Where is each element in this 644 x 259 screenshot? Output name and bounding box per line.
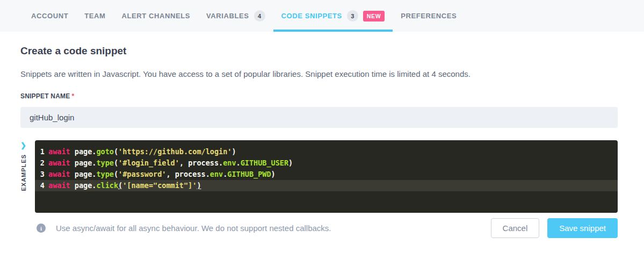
code-token: GITHUB_PWD	[227, 169, 271, 180]
tab-team[interactable]: TEAM	[76, 0, 113, 32]
code-line-3[interactable]: 3await page.type('#password', process.en…	[35, 169, 618, 180]
code-token: page.	[70, 157, 97, 169]
tab-preferences[interactable]: PREFERENCES	[393, 0, 465, 32]
tab-variables[interactable]: VARIABLES4	[198, 0, 273, 32]
code-token: await	[48, 169, 70, 180]
footer-note: Use async/await for all async behaviour.…	[56, 224, 491, 233]
snippet-name-label: SNIPPET NAME*	[20, 92, 618, 100]
line-number: 2	[35, 157, 48, 169]
code-token: GITHUB_USER	[241, 157, 288, 169]
cancel-button[interactable]: Cancel	[491, 218, 540, 238]
line-number: 3	[35, 169, 48, 180]
code-token: '[name="commit"]'	[122, 180, 197, 191]
tab-label: VARIABLES	[206, 12, 249, 20]
page-description: Snippets are written in Javascript. You …	[20, 69, 618, 78]
code-token: type	[96, 157, 114, 169]
code-token: (	[114, 157, 118, 169]
code-token: )	[271, 169, 276, 180]
code-token: )	[197, 180, 201, 191]
editor-section: ❯ EXAMPLES 1await page.goto('https://git…	[20, 140, 618, 213]
tab-label: ALERT CHANNELS	[121, 12, 190, 20]
main-content: Create a code snippet Snippets are writt…	[0, 45, 644, 238]
tab-label: TEAM	[84, 12, 105, 20]
code-token: page.	[70, 169, 97, 180]
tab-alert-channels[interactable]: ALERT CHANNELS	[113, 0, 198, 32]
tab-label: ACCOUNT	[31, 12, 68, 20]
code-token: '#login_field'	[118, 157, 179, 169]
code-token: await	[48, 180, 70, 191]
code-token: (	[114, 169, 118, 180]
tab-code-snippets[interactable]: CODE SNIPPETS3NEW	[273, 0, 393, 32]
code-token: page.	[70, 146, 97, 157]
required-asterisk: *	[71, 92, 74, 100]
snippet-name-label-text: SNIPPET NAME	[20, 92, 70, 100]
save-snippet-button[interactable]: Save snippet	[547, 218, 618, 238]
line-number: 1	[35, 146, 48, 157]
new-badge: NEW	[363, 11, 385, 21]
code-editor[interactable]: 1await page.goto('https://github.com/log…	[35, 140, 618, 213]
tab-label: PREFERENCES	[401, 12, 457, 20]
snippet-name-input[interactable]	[20, 107, 618, 128]
code-token: , process.	[179, 157, 223, 169]
code-token: page.	[70, 180, 97, 191]
tab-bar: ACCOUNTTEAMALERT CHANNELSVARIABLES4CODE …	[0, 0, 644, 32]
code-token: .	[223, 169, 227, 180]
examples-label[interactable]: EXAMPLES	[20, 154, 27, 191]
page-title: Create a code snippet	[20, 45, 618, 57]
code-token: )	[288, 157, 293, 169]
chevron-right-icon[interactable]: ❯	[20, 142, 26, 149]
tab-count-badge: 4	[254, 10, 265, 21]
code-token: )	[231, 146, 236, 157]
code-token: 'https://github.com/login'	[118, 146, 231, 157]
examples-panel-toggle[interactable]: ❯ EXAMPLES	[20, 140, 35, 213]
tab-account[interactable]: ACCOUNT	[23, 0, 76, 32]
info-icon: i	[37, 224, 46, 233]
code-line-2[interactable]: 2await page.type('#login_field', process…	[35, 157, 618, 169]
tab-count-badge: 3	[347, 10, 358, 21]
code-token: goto	[96, 146, 114, 157]
code-token: , process.	[166, 169, 209, 180]
footer-bar: i Use async/await for all async behaviou…	[20, 218, 618, 238]
code-token: await	[48, 146, 70, 157]
code-token: await	[48, 157, 70, 169]
tab-label: CODE SNIPPETS	[281, 12, 342, 20]
code-token: (	[114, 146, 118, 157]
code-token: env	[210, 169, 223, 180]
code-token: env	[223, 157, 236, 169]
line-number: 4	[35, 180, 48, 191]
code-line-1[interactable]: 1await page.goto('https://github.com/log…	[35, 146, 618, 157]
code-token: type	[96, 169, 114, 180]
code-line-4[interactable]: 4await page.click('[name="commit"]')	[35, 180, 618, 191]
code-token: .	[236, 157, 241, 169]
code-token: click	[96, 180, 118, 191]
code-token: (	[118, 180, 122, 191]
code-token: '#password'	[118, 169, 166, 180]
